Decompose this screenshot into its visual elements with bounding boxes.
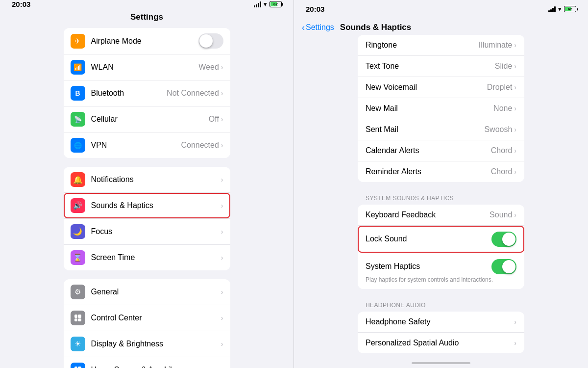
bluetooth-chevron: › xyxy=(221,89,223,97)
airplane-toggle-thumb xyxy=(199,34,213,48)
right-status-bar: 20:03 ▾ 62 xyxy=(294,0,588,19)
vpn-chevron: › xyxy=(221,141,223,149)
controlcenter-label: Control Center xyxy=(91,314,221,322)
right-time: 20:03 xyxy=(306,5,324,13)
calendaralerts-chevron: › xyxy=(514,147,516,155)
keyboardfeedback-row[interactable]: Keyboard Feedback Sound › xyxy=(358,205,524,226)
keyboardfeedback-value: Sound xyxy=(490,210,512,219)
airplane-label: Airplane Mode xyxy=(91,37,198,46)
display-chevron: › xyxy=(221,340,223,348)
right-signal-icon xyxy=(548,6,556,12)
system-sounds-group: Keyboard Feedback Sound › Lock Sound Sys… xyxy=(358,205,524,289)
newmail-row[interactable]: New Mail None › xyxy=(358,98,524,119)
locksound-toggle-thumb xyxy=(502,233,515,246)
sounds-top-group: Ringtone Illuminate › Text Tone Slide › … xyxy=(358,35,524,182)
texttone-value: Slide xyxy=(495,62,513,71)
reminderalerts-value: Chord xyxy=(491,167,513,176)
texttone-row[interactable]: Text Tone Slide › xyxy=(358,56,524,77)
systemhaptics-toggle[interactable] xyxy=(491,259,516,274)
homescreen-icon xyxy=(71,363,85,368)
cellular-label: Cellular xyxy=(91,115,209,124)
network-group: ✈ Airplane Mode 📶 WLAN Weed › xyxy=(64,28,230,158)
cellular-row[interactable]: 📡 Cellular Off › xyxy=(64,106,230,132)
calendaralerts-value: Chord xyxy=(491,146,513,155)
left-status-icons: ▾ 62 xyxy=(254,0,282,8)
general-row[interactable]: ⚙ General › xyxy=(64,279,230,305)
calendaralerts-row[interactable]: Calendar Alerts Chord › xyxy=(358,140,524,161)
system-group: ⚙ General › Control Center › xyxy=(64,279,230,368)
wlan-row[interactable]: 📶 WLAN Weed › xyxy=(64,54,230,80)
controlcenter-chevron: › xyxy=(221,314,223,322)
bluetooth-row[interactable]: B Bluetooth Not Connected › xyxy=(64,80,230,106)
sentmail-chevron: › xyxy=(514,126,516,133)
screentime-label: Screen Time xyxy=(91,253,221,262)
reminderalerts-row[interactable]: Reminder Alerts Chord › xyxy=(358,161,524,182)
cellular-chevron: › xyxy=(221,115,223,123)
wlan-icon: 📶 xyxy=(71,60,85,75)
notifications-label: Notifications xyxy=(91,175,221,184)
signal-icon xyxy=(254,1,261,7)
focus-label: Focus xyxy=(91,227,221,236)
sounds-haptics-row[interactable]: 🔊 Sounds & Haptics › xyxy=(64,193,230,219)
reminderalerts-label: Reminder Alerts xyxy=(366,167,491,176)
left-settings-container: ✈ Airplane Mode 📶 WLAN Weed › xyxy=(64,28,230,368)
right-page-title: Sounds & Haptics xyxy=(340,23,411,32)
general-chevron: › xyxy=(221,288,223,296)
systemhaptics-row[interactable]: System Haptics Play haptics for system c… xyxy=(358,253,524,289)
right-nav-header: ‹ Settings Sounds & Haptics xyxy=(294,19,588,35)
airplane-icon: ✈ xyxy=(71,34,85,49)
left-phone: 20:03 ▾ 62 Settings ✈ Airp xyxy=(0,0,294,368)
vpn-label: VPN xyxy=(91,141,181,150)
texttone-chevron: › xyxy=(514,62,516,70)
focus-row[interactable]: 🌙 Focus › xyxy=(64,219,230,245)
homescreen-row[interactable]: Home Screen & App Library › xyxy=(64,357,230,368)
headphone-section-header: HEADPHONE AUDIO xyxy=(358,298,524,312)
notifications-row[interactable]: 🔔 Notifications › xyxy=(64,167,230,193)
screentime-icon: ⌛ xyxy=(71,250,85,265)
bluetooth-label: Bluetooth xyxy=(91,89,167,98)
system-haptics-helper: Play haptics for system controls and int… xyxy=(366,274,516,283)
display-row[interactable]: ☀ Display & Brightness › xyxy=(64,331,230,357)
controlcenter-row[interactable]: Control Center › xyxy=(64,305,230,331)
sentmail-row[interactable]: Sent Mail Swoosh › xyxy=(358,119,524,140)
systemhaptics-label: System Haptics xyxy=(366,262,491,271)
right-content: Ringtone Illuminate › Text Tone Slide › … xyxy=(358,35,524,362)
back-label: Settings xyxy=(306,23,334,32)
left-page-title: Settings xyxy=(130,8,163,28)
ringtone-value: Illuminate xyxy=(479,41,512,50)
wlan-value: Weed xyxy=(198,63,219,72)
right-phone: 20:03 ▾ 62 ‹ Settings Sounds & Haptics xyxy=(294,0,588,368)
screentime-row[interactable]: ⌛ Screen Time › xyxy=(64,245,230,270)
newvoicemail-value: Droplet xyxy=(487,83,513,92)
right-battery-icon: 62 xyxy=(564,6,576,12)
general-label: General xyxy=(91,288,221,296)
spatialaudio-row[interactable]: Personalized Spatial Audio › xyxy=(358,333,524,353)
system-section-header: SYSTEM SOUNDS & HAPTICS xyxy=(358,191,524,205)
newvoicemail-chevron: › xyxy=(514,83,516,91)
vpn-row[interactable]: 🌐 VPN Connected › xyxy=(64,132,230,158)
airplane-row[interactable]: ✈ Airplane Mode xyxy=(64,28,230,54)
bluetooth-icon: B xyxy=(71,86,85,101)
locksound-toggle[interactable] xyxy=(491,232,516,247)
keyboardfeedback-chevron: › xyxy=(514,211,516,219)
locksound-row[interactable]: Lock Sound xyxy=(358,226,524,253)
keyboardfeedback-label: Keyboard Feedback xyxy=(366,210,490,219)
notifications-icon: 🔔 xyxy=(71,172,85,187)
right-status-icons: ▾ 62 xyxy=(548,5,576,13)
headphonesafety-row[interactable]: Headphone Safety › xyxy=(358,312,524,333)
right-wifi-icon: ▾ xyxy=(558,5,562,13)
screentime-chevron: › xyxy=(221,254,223,262)
headphonesafety-label: Headphone Safety xyxy=(366,317,514,326)
sentmail-label: Sent Mail xyxy=(366,125,484,134)
left-time: 20:03 xyxy=(12,0,30,8)
cellular-icon: 📡 xyxy=(71,112,85,127)
sounds-haptics-icon: 🔊 xyxy=(71,198,85,213)
back-button[interactable]: ‹ Settings xyxy=(302,23,334,33)
spatialaudio-chevron: › xyxy=(514,339,516,347)
display-label: Display & Brightness xyxy=(91,340,221,348)
airplane-toggle[interactable] xyxy=(198,33,223,49)
ringtone-row[interactable]: Ringtone Illuminate › xyxy=(358,35,524,56)
bluetooth-value: Not Connected xyxy=(167,89,219,98)
newvoicemail-row[interactable]: New Voicemail Droplet › xyxy=(358,77,524,98)
vpn-value: Connected xyxy=(181,141,219,150)
